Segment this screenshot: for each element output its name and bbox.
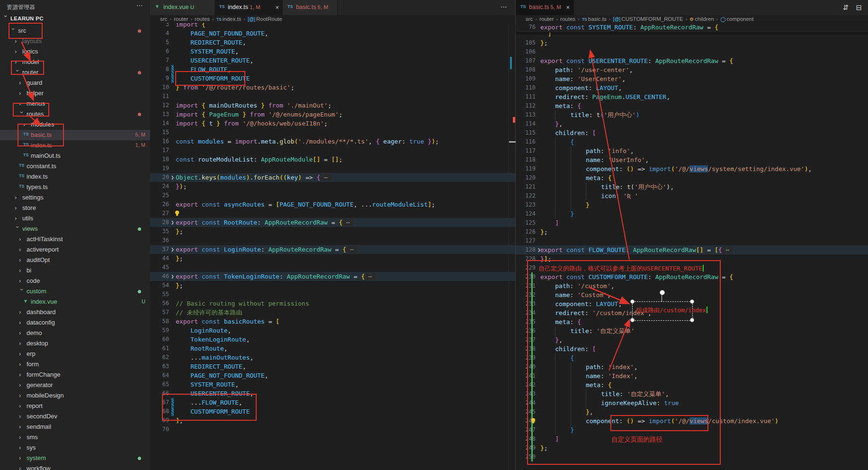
sidebar-item-desktop[interactable]: ›desktop	[0, 338, 150, 349]
code-line[interactable]: 12import { mainOutRoutes } from './mainO…	[150, 101, 515, 110]
code-line[interactable]: 105};	[516, 38, 868, 47]
sidebar-item-generator[interactable]: ›generator	[0, 380, 150, 390]
line-number[interactable]: 24	[150, 182, 169, 191]
line-number[interactable]: 25	[150, 191, 169, 200]
line-number[interactable]: 76	[516, 23, 536, 32]
selection-handle[interactable]	[690, 318, 694, 322]
overview-ruler[interactable]	[509, 23, 516, 470]
sidebar-item-store[interactable]: ›store	[0, 203, 150, 213]
line-number[interactable]: 127	[516, 236, 536, 245]
code-line[interactable]: 240path: 'index',	[516, 362, 868, 371]
sidebar-item-types.ts[interactable]: TStypes.ts	[0, 182, 150, 192]
code-line[interactable]: 5REDIRECT_ROUTE,	[150, 38, 515, 47]
line-number[interactable]: 26	[150, 200, 169, 209]
breadcrumb-item[interactable]: src	[525, 16, 533, 22]
sidebar-item-src[interactable]: ›src	[0, 26, 150, 36]
code-line[interactable]: 62...mainOutRoutes,	[150, 353, 515, 362]
lightbulb-icon[interactable]	[530, 417, 537, 424]
sidebar-item-basic.ts[interactable]: TSbasic.ts5, M	[0, 130, 150, 140]
sidebar-item-sms[interactable]: ›sms	[0, 432, 150, 443]
line-number[interactable]: 113	[516, 110, 536, 119]
code-line[interactable]: 24});	[150, 182, 515, 191]
code-line[interactable]: 55	[150, 290, 515, 299]
code-line[interactable]: 61RootRoute,	[150, 344, 515, 353]
code-line[interactable]: 120meta: {	[516, 173, 868, 182]
line-number[interactable]: 35	[150, 227, 169, 236]
sidebar-item-secondDev[interactable]: ›secondDev	[0, 411, 150, 422]
line-number[interactable]: 19	[150, 164, 169, 173]
line-number[interactable]: 14	[150, 119, 169, 128]
line-number[interactable]: 118	[516, 155, 536, 164]
code-line[interactable]: 28❯export const RootRoute: AppRouteRecor…	[150, 218, 515, 227]
fold-chevron-icon[interactable]: ❯	[171, 272, 174, 281]
line-number[interactable]: 59	[150, 326, 169, 335]
breadcrumb-item[interactable]: router	[539, 16, 554, 22]
code-line[interactable]: 231path: '/custom',	[516, 281, 868, 290]
line-number[interactable]: 11	[150, 92, 169, 101]
sidebar-item-views[interactable]: ›views	[0, 224, 150, 234]
line-number[interactable]: 121	[516, 182, 536, 191]
sidebar-item-custom[interactable]: ›custom	[0, 286, 150, 297]
line-number[interactable]: 3	[150, 23, 169, 29]
line-number[interactable]: 112	[516, 101, 536, 110]
breadcrumb-item[interactable]: index.ts	[222, 16, 242, 22]
line-number[interactable]: 45	[150, 263, 169, 272]
code-line[interactable]: 115children: [	[516, 128, 868, 137]
code-line[interactable]: 109name: 'UserCenter',	[516, 74, 868, 83]
tab-index.vue[interactable]: ▼index.vue U	[150, 0, 215, 15]
line-number[interactable]: 228	[516, 254, 536, 263]
line-number[interactable]: 55	[150, 290, 169, 299]
code-line[interactable]: 57// 未经许可的基本路由	[150, 308, 515, 317]
line-number[interactable]: 63	[150, 362, 169, 371]
sidebar-item-constant.ts[interactable]: TSconstant.ts	[0, 161, 150, 172]
code-line[interactable]: 25	[150, 191, 515, 200]
line-number[interactable]: 61	[150, 344, 169, 353]
line-number[interactable]: 111	[516, 92, 536, 101]
line-number[interactable]: 16	[150, 137, 169, 146]
compare-changes-icon[interactable]: ⇵	[842, 3, 849, 12]
breadcrumb-item[interactable]: router	[173, 16, 188, 22]
code-line[interactable]: 18const routeModuleList: AppRouteModule[…	[150, 155, 515, 164]
sidebar-item-workflow[interactable]: ›workflow	[0, 463, 150, 470]
sidebar-item-logics[interactable]: ›logics	[0, 46, 150, 57]
code-line[interactable]: 107export const USERCENTER_ROUTE: AppRou…	[516, 56, 868, 65]
sidebar-item-erp[interactable]: ›erp	[0, 349, 150, 359]
line-number[interactable]: 7	[150, 56, 169, 65]
code-line[interactable]: 248]	[516, 434, 868, 443]
code-line[interactable]: 67...FLOW_ROUTE,	[150, 398, 515, 407]
sidebar-item-form[interactable]: ›form	[0, 359, 150, 370]
line-number[interactable]: 15	[150, 128, 169, 137]
line-number[interactable]: 44	[150, 254, 169, 263]
line-number[interactable]: 106	[516, 47, 536, 56]
code-line[interactable]: 10} from '/@/router/routes/basic';	[150, 83, 515, 92]
sidebar-item-index.ts[interactable]: TSindex.ts	[0, 172, 150, 182]
code-line[interactable]: 232name: 'Custom',	[516, 290, 868, 299]
sidebar-item-bi[interactable]: ›bi	[0, 265, 150, 276]
fold-chevron-icon[interactable]: ❯	[171, 245, 174, 254]
line-number[interactable]: 69	[150, 416, 169, 425]
editor-layout-icon[interactable]: ⊟	[856, 3, 862, 12]
breadcrumb-item[interactable]: basic.ts	[588, 16, 607, 22]
sidebar-item-index.vue[interactable]: ▼index.vueU	[0, 297, 150, 307]
sidebar-item-dataconfig[interactable]: ›dataconfig	[0, 317, 150, 328]
code-line[interactable]: 111redirect: PageEnum.USER_CENTER,	[516, 92, 868, 101]
code-line[interactable]: 6SYSTEM_ROUTE,	[150, 47, 515, 56]
sidebar-item-dashboard[interactable]: ›dashboard	[0, 307, 150, 317]
line-number[interactable]: 37	[150, 245, 169, 254]
tab-index.ts[interactable]: TSindex.ts 1, M×	[215, 0, 283, 15]
line-number[interactable]: 54	[150, 281, 169, 290]
code-line[interactable]: 9CUSTOMFORM_ROUTE	[150, 74, 515, 83]
line-number[interactable]: 126	[516, 227, 536, 236]
sidebar-item-mainOut.ts[interactable]: TSmainOut.ts	[0, 151, 150, 161]
code-line[interactable]: 46❯export const TokenLoginRoute: AppRout…	[150, 272, 515, 281]
sidebar-item-sys[interactable]: ›sys	[0, 443, 150, 453]
code-line[interactable]: 11	[150, 92, 515, 101]
code-line[interactable]: 117path: 'info',	[516, 146, 868, 155]
code-line[interactable]: 7USERCENTER_ROUTE,	[150, 56, 515, 65]
line-number[interactable]: 117	[516, 146, 536, 155]
code-line[interactable]: 64PAGE_NOT_FOUND_ROUTE,	[150, 371, 515, 380]
line-number[interactable]: 122	[516, 191, 536, 200]
close-icon[interactable]: ×	[566, 4, 570, 11]
line-number[interactable]: 125	[516, 218, 536, 227]
breadcrumb-item[interactable]: RootRoute	[256, 16, 283, 22]
